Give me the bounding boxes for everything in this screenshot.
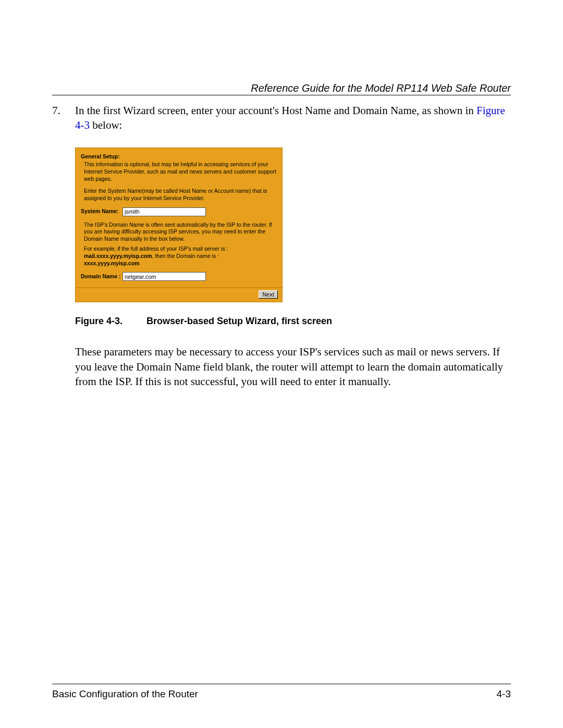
header-rule xyxy=(52,95,511,95)
step-7: 7. In the first Wizard screen, enter you… xyxy=(52,103,511,133)
setup-wizard-panel: General Setup: This information is optio… xyxy=(75,147,283,303)
next-button[interactable]: Next xyxy=(259,290,278,299)
wizard-button-bar: Next xyxy=(76,287,282,302)
general-setup-intro: This information is optional, but may be… xyxy=(84,161,277,182)
domain-name-row: Domain Name : xyxy=(81,272,277,281)
system-name-label: System Name: xyxy=(81,208,123,215)
page-header: Reference Guide for the Model RP114 Web … xyxy=(52,82,511,94)
footer-section: Basic Configuration of the Router xyxy=(52,688,198,700)
followup-paragraph: These parameters may be necessary to acc… xyxy=(75,344,511,389)
footer-rule xyxy=(52,684,511,684)
figure-caption-label: Figure 4-3. xyxy=(75,316,123,326)
figure-4-3: General Setup: This information is optio… xyxy=(75,147,511,303)
page-footer: Basic Configuration of the Router 4-3 xyxy=(52,688,511,700)
example-lead: For example, if the full address of your… xyxy=(84,245,228,252)
example-mid: , then the Domain name is : xyxy=(152,253,219,259)
domain-name-help: The ISP's Domain Name is often sent auto… xyxy=(84,221,277,243)
page: Reference Guide for the Model RP114 Web … xyxy=(0,0,563,728)
step-number: 7. xyxy=(52,103,75,118)
domain-name-input[interactable] xyxy=(123,272,206,281)
step-text-after: below: xyxy=(90,119,122,131)
domain-example: For example, if the full address of your… xyxy=(84,245,277,267)
figure-caption-title: Browser-based Setup Wizard, first screen xyxy=(146,316,332,326)
step-text: In the first Wizard screen, enter your a… xyxy=(75,103,511,133)
header-title: Reference Guide for the Model RP114 Web … xyxy=(251,82,511,94)
general-setup-title: General Setup: xyxy=(81,153,277,161)
example-mail-address: mail.xxxx.yyyy.myisp.com xyxy=(84,253,152,259)
page-body: 7. In the first Wizard screen, enter you… xyxy=(52,103,511,389)
figure-caption: Figure 4-3.Browser-based Setup Wizard, f… xyxy=(75,316,511,327)
example-domain: xxxx.yyyy.myisp.com xyxy=(84,260,140,266)
footer-page-number: 4-3 xyxy=(497,688,511,700)
step-text-before: In the first Wizard screen, enter your a… xyxy=(75,104,476,117)
system-name-input[interactable] xyxy=(123,207,206,216)
domain-name-label: Domain Name : xyxy=(81,273,123,280)
system-name-row: System Name: xyxy=(81,207,277,216)
system-name-help: Enter the System Name(may be called Host… xyxy=(84,188,277,202)
setup-wizard-inner: General Setup: This information is optio… xyxy=(76,148,282,288)
